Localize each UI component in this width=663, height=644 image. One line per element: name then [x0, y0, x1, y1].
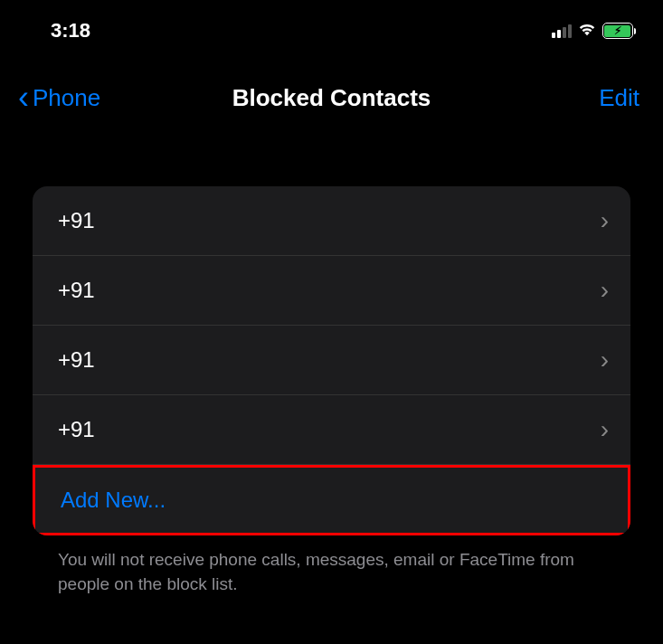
chevron-right-icon: ›: [601, 206, 609, 235]
contact-number: +91: [58, 208, 95, 233]
status-icons: ⚡︎: [552, 21, 637, 41]
blocked-contact-row[interactable]: +91 ›: [33, 395, 630, 465]
chevron-right-icon: ›: [601, 276, 609, 305]
nav-bar: ‹ Phone Blocked Contacts Edit: [0, 54, 663, 132]
edit-button[interactable]: Edit: [599, 84, 639, 112]
contact-number: +91: [58, 347, 95, 373]
blocked-contact-row[interactable]: +91 ›: [33, 186, 630, 256]
blocked-contacts-list: +91 › +91 › +91 › +91 › Add New...: [33, 186, 630, 535]
back-button[interactable]: ‹ Phone: [18, 81, 100, 114]
page-title: Blocked Contacts: [232, 84, 431, 112]
status-time: 3:18: [51, 19, 90, 43]
blocked-contact-row[interactable]: +91 ›: [33, 256, 630, 326]
wifi-icon: [577, 21, 597, 41]
chevron-right-icon: ›: [601, 346, 609, 374]
chevron-left-icon: ‹: [18, 81, 29, 114]
cellular-signal-icon: [552, 24, 572, 38]
blocked-contact-row[interactable]: +91 ›: [33, 326, 630, 395]
battery-charging-icon: ⚡︎: [602, 23, 637, 39]
back-label: Phone: [33, 84, 100, 112]
add-new-button[interactable]: Add New...: [33, 465, 630, 535]
contact-number: +91: [58, 417, 95, 442]
contact-number: +91: [58, 278, 95, 303]
footer-description: You will not receive phone calls, messag…: [33, 548, 630, 596]
chevron-right-icon: ›: [601, 415, 609, 444]
status-bar: 3:18 ⚡︎: [0, 0, 663, 54]
